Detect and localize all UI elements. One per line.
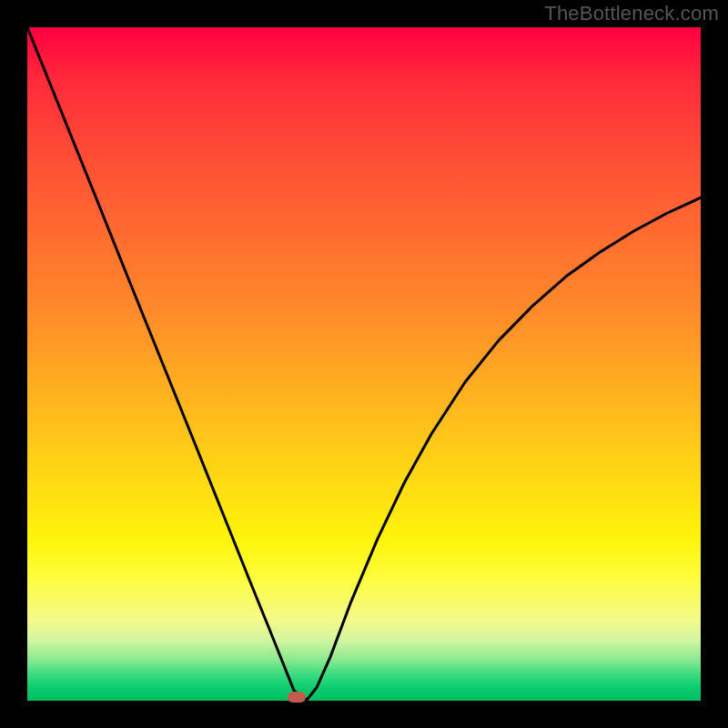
chart-frame: TheBottleneck.com <box>0 0 728 728</box>
plot-area <box>27 27 701 701</box>
bottleneck-curve <box>27 27 701 700</box>
watermark-text: TheBottleneck.com <box>544 2 719 25</box>
optimum-marker <box>288 692 306 703</box>
curve-svg <box>27 27 701 701</box>
